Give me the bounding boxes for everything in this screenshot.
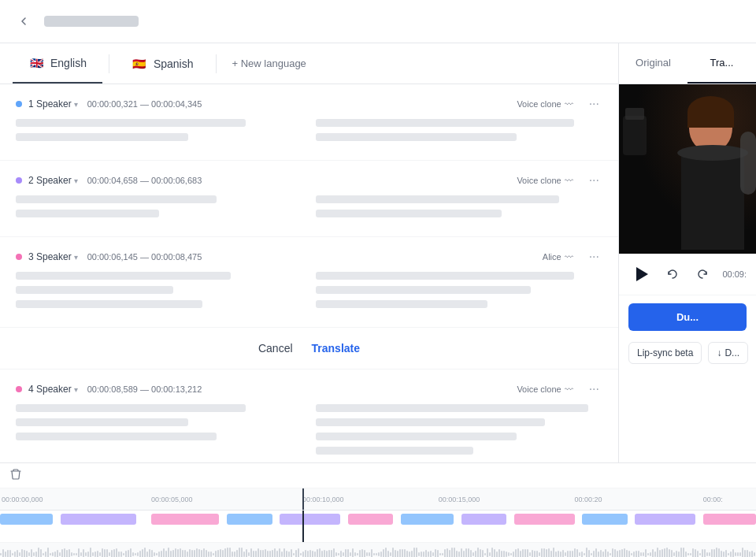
waveform-bar (395, 550, 396, 557)
waveform-bar (357, 553, 358, 555)
waveform-bar (411, 551, 413, 557)
speaker-selector-3[interactable]: 3 Speaker ▾ (28, 251, 78, 262)
track-block (514, 514, 575, 525)
waveform-bar (477, 548, 479, 557)
segment-content-2 (16, 195, 602, 224)
speaker-selector-1[interactable]: 1 Speaker ▾ (28, 98, 78, 110)
track-block (151, 514, 219, 525)
voice-label-4: Voice clone 〰 (517, 384, 573, 394)
waveform-bar (14, 551, 16, 557)
more-menu-2[interactable]: ··· (586, 173, 602, 188)
waveform-bar (456, 551, 458, 557)
waveform-icon-1: 〰 (565, 99, 573, 109)
waveform-bar (574, 548, 576, 557)
download-button[interactable]: ↓ D... (708, 342, 748, 364)
waveform-bar (40, 549, 42, 557)
waveform-bar (725, 550, 727, 557)
text-line (16, 433, 217, 440)
waveform-bar (371, 549, 372, 557)
waveform-bar (409, 551, 410, 557)
waveform-bar (17, 550, 18, 557)
speaker-selector-2[interactable]: 2 Speaker ▾ (28, 175, 78, 186)
lipsync-row: Lip-sync beta ↓ D... (619, 339, 756, 372)
waveform-bar (654, 551, 656, 557)
waveform-bar (187, 551, 188, 557)
waveform-bar (326, 551, 328, 557)
waveform-bar (553, 548, 554, 557)
rewind-button[interactable] (662, 263, 684, 285)
dub-button[interactable]: Du... (628, 303, 747, 331)
more-menu-3[interactable]: ··· (586, 250, 602, 264)
lipsync-button[interactable]: Lip-sync beta (628, 342, 702, 364)
track-block (401, 514, 454, 525)
waveform-bar (172, 550, 174, 557)
waveform-bar (614, 549, 616, 557)
waveform-bar (484, 553, 486, 556)
waveform-bar (7, 550, 9, 557)
play-button[interactable] (628, 262, 654, 287)
waveform-bar (659, 550, 661, 557)
waveform-bar (418, 552, 420, 556)
waveform-bar (279, 548, 280, 557)
waveform-bar (432, 552, 434, 557)
waveform-bar (638, 551, 639, 557)
waveform-bar (399, 549, 401, 557)
forward-button[interactable] (691, 263, 713, 285)
waveform-bar (548, 548, 550, 557)
delete-button[interactable] (9, 468, 22, 484)
more-menu-4[interactable]: ··· (586, 382, 602, 396)
waveform-bar (94, 551, 96, 557)
translate-button[interactable]: Translate (312, 342, 360, 355)
back-button[interactable] (13, 10, 35, 32)
more-menu-1[interactable]: ··· (586, 97, 602, 111)
waveform-bar (721, 551, 722, 558)
waveform-bar (106, 549, 108, 557)
waveform-bar (413, 548, 415, 557)
waveform-bar (241, 548, 243, 557)
waveform-bar (451, 548, 453, 557)
waveform-bar (624, 548, 625, 557)
language-tabs: 🇬🇧 English 🇪🇸 Spanish + New language (0, 43, 618, 84)
waveform-bar (243, 551, 245, 557)
waveform-bar (607, 551, 609, 556)
timeline-area: 00:00:00,000 00:00:05,000 00:00:10,000 0… (0, 462, 756, 557)
waveform-bar (2, 549, 4, 557)
text-line (16, 210, 159, 217)
waveform-bar (498, 549, 500, 557)
add-language-button[interactable]: + New language (223, 58, 316, 69)
waveform-bar (331, 550, 332, 557)
waveform-bar (104, 549, 106, 557)
waveform-bar (600, 550, 602, 557)
waveform-bar (59, 552, 61, 556)
waveform-bar (489, 552, 491, 556)
lang-tab-english[interactable]: 🇬🇧 English (13, 43, 102, 84)
tab-original[interactable]: Original (619, 43, 687, 84)
speaker-selector-4[interactable]: 4 Speaker ▾ (28, 384, 78, 395)
waveform-bar (718, 548, 720, 557)
waveform-bar (26, 551, 28, 557)
waveform-bar (298, 548, 299, 557)
waveform-bar (64, 548, 65, 557)
waveform-bar (71, 552, 72, 556)
waveform-bar (671, 550, 673, 557)
speaker-dot-1 (16, 101, 22, 107)
lang-divider-2 (216, 54, 217, 73)
time-range-1: 00:00:00,321 — 00:00:04,345 (87, 99, 202, 109)
cancel-button[interactable]: Cancel (258, 342, 293, 355)
waveform-bar (189, 549, 191, 557)
time-range-3: 00:00:06,145 — 00:00:08,475 (87, 252, 202, 262)
text-line (16, 119, 246, 127)
waveform-bar (487, 548, 488, 557)
waveform-bar (364, 550, 365, 557)
waveform-bar (636, 551, 637, 557)
waveform-bar (402, 549, 403, 557)
waveform-bar (291, 549, 292, 557)
waveform-bar (501, 551, 502, 557)
waveform-icon-4: 〰 (565, 384, 573, 394)
waveform-bar (213, 553, 214, 555)
tab-translation[interactable]: Tra... (687, 43, 756, 84)
waveform-bar (217, 550, 219, 557)
waveform-bar (699, 553, 701, 555)
lang-tab-spanish[interactable]: 🇪🇸 Spanish (116, 43, 209, 84)
waveform-bar (92, 552, 94, 557)
